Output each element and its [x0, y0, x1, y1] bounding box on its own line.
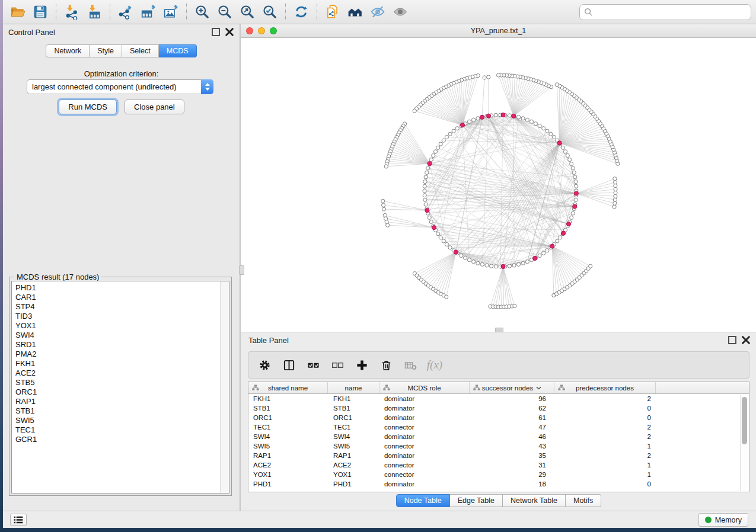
horizontal-splitter-handle[interactable] — [495, 328, 503, 332]
table-header-row: shared namenameMCDS rolesuccessor nodesp… — [248, 382, 749, 394]
table-tab-network-table[interactable]: Network Table — [503, 494, 566, 507]
criterion-dropdown[interactable]: largest connected component (undirected) — [27, 79, 213, 94]
column-header-shared-name[interactable]: shared name — [248, 382, 328, 393]
gear-icon — [259, 359, 271, 371]
select-all-button[interactable] — [306, 358, 320, 372]
mcds-result-item[interactable]: ORC1 — [15, 387, 218, 397]
network-canvas[interactable] — [241, 38, 756, 332]
table-body: FKH1FKH1dominator962STB1STB1dominator620… — [248, 394, 749, 489]
hide-selected-button[interactable] — [366, 2, 389, 21]
close-panel-button[interactable] — [225, 27, 234, 37]
tab-style[interactable]: Style — [90, 44, 122, 57]
table-tab-node-table[interactable]: Node Table — [396, 494, 450, 507]
zoom-selected-button[interactable] — [259, 2, 281, 21]
table-row[interactable]: FKH1FKH1dominator962 — [248, 394, 749, 403]
result-list-scrollbar[interactable] — [220, 281, 229, 493]
panel-menu-button[interactable] — [10, 514, 27, 526]
column-header-MCDS-role[interactable]: MCDS role — [379, 382, 470, 393]
mcds-result-item[interactable]: RAP1 — [15, 397, 218, 406]
cell-shared: RAP1 — [248, 451, 328, 460]
main-toolbar — [3, 0, 756, 24]
table-row[interactable]: SWI4SWI4dominator462 — [248, 432, 749, 441]
zoom-in-button[interactable] — [191, 2, 213, 21]
float-panel-button[interactable] — [211, 27, 221, 37]
cell-name: SWI4 — [328, 432, 379, 441]
mcds-result-item[interactable]: SWI4 — [15, 331, 218, 340]
tab-select[interactable]: Select — [122, 44, 159, 57]
show-all-button[interactable] — [389, 2, 412, 21]
memory-status-icon — [705, 517, 712, 523]
mcds-result-item[interactable]: STB5 — [15, 378, 218, 387]
cell-role: dominator — [379, 413, 470, 422]
show-columns-button[interactable] — [282, 358, 296, 372]
table-scrollbar-thumb[interactable] — [742, 397, 747, 444]
deselect-all-button[interactable] — [330, 358, 344, 372]
mcds-result-item[interactable]: TEC1 — [15, 425, 218, 435]
apply-layout-button[interactable] — [290, 2, 312, 21]
new-network-from-selection-button[interactable] — [321, 2, 344, 21]
cell-shared: YOX1 — [248, 470, 328, 479]
desktop: Control Panel NetworkStyleSelectMCDS Opt… — [0, 0, 756, 532]
close-mcds-panel-button[interactable]: Close panel — [125, 100, 184, 114]
column-header-name[interactable]: name — [328, 382, 379, 393]
table-tab-edge-table[interactable]: Edge Table — [450, 494, 503, 507]
table-tab-motifs[interactable]: Motifs — [566, 494, 601, 507]
table-row[interactable]: ORC1ORC1dominator610 — [248, 413, 749, 422]
mcds-result-item[interactable]: SWI5 — [15, 416, 218, 425]
import-table-button[interactable] — [83, 2, 106, 21]
run-mcds-button[interactable]: Run MCDS — [59, 100, 117, 114]
mcds-result-item[interactable]: STP4 — [15, 302, 218, 312]
cell-succ: 18 — [470, 479, 554, 489]
cell-shared: PHD1 — [248, 479, 328, 489]
zoom-in-icon — [194, 4, 210, 20]
namespace-icon — [473, 384, 480, 391]
export-table-button[interactable] — [137, 2, 160, 21]
mcds-result-item[interactable]: STB1 — [15, 406, 218, 416]
close-icon — [741, 335, 751, 345]
table-row[interactable]: RAP1RAP1dominator352 — [248, 451, 749, 460]
mcds-result-item[interactable]: CAR1 — [15, 293, 218, 302]
table-row[interactable]: ACE2ACE2connector311 — [248, 460, 749, 470]
mcds-result-item[interactable]: SRD1 — [15, 340, 218, 350]
mcds-result-item[interactable]: FKH1 — [15, 359, 218, 368]
first-neighbors-button[interactable] — [344, 2, 366, 21]
mcds-result-item[interactable]: YOX1 — [15, 321, 218, 331]
tab-mcds[interactable]: MCDS — [159, 44, 197, 57]
memory-button[interactable]: Memory — [698, 513, 748, 527]
import-network-button[interactable] — [60, 2, 83, 21]
mcds-result-item[interactable]: TID3 — [15, 312, 218, 321]
table-row[interactable]: SWI5SWI5connector431 — [248, 441, 749, 451]
export-image-button[interactable] — [160, 2, 182, 21]
mcds-result-item[interactable]: ACE2 — [15, 368, 218, 378]
mcds-result-item[interactable]: PMA2 — [15, 350, 218, 359]
control-panel-tabs: NetworkStyleSelectMCDS — [3, 44, 240, 57]
tab-network[interactable]: Network — [46, 44, 90, 57]
network-view-window: YPA_prune.txt_1 — [240, 24, 756, 332]
cell-shared: ORC1 — [248, 413, 328, 422]
close-table-panel-button[interactable] — [741, 335, 751, 345]
float-table-panel-button[interactable] — [728, 335, 737, 345]
cell-name: FKH1 — [328, 394, 379, 403]
zoom-fit-button[interactable] — [236, 2, 259, 21]
vertical-splitter-handle[interactable] — [239, 265, 244, 275]
zoom-selected-icon — [262, 4, 277, 20]
table-scrollbar-track[interactable] — [740, 395, 748, 491]
mcds-result-item[interactable]: PHD1 — [15, 283, 218, 293]
mcds-result-item[interactable]: GCR1 — [15, 435, 218, 444]
export-network-button[interactable] — [114, 2, 137, 21]
column-header-successor-nodes[interactable]: successor nodes — [470, 382, 554, 393]
save-session-button[interactable] — [29, 2, 52, 21]
cell-role: connector — [379, 441, 470, 451]
column-header-predecessor-nodes[interactable]: predecessor nodes — [554, 382, 656, 393]
table-mode-button[interactable] — [257, 358, 272, 372]
search-input[interactable] — [593, 6, 751, 19]
open-file-button[interactable] — [7, 2, 29, 21]
zoom-out-button[interactable] — [213, 2, 236, 21]
cell-pred: 0 — [554, 403, 656, 413]
table-row[interactable]: YOX1YOX1connector291 — [248, 470, 749, 479]
create-column-button[interactable] — [355, 358, 369, 372]
table-row[interactable]: TEC1TEC1connector472 — [248, 422, 749, 432]
table-row[interactable]: PHD1PHD1dominator180 — [248, 479, 749, 489]
delete-columns-button[interactable] — [379, 358, 393, 372]
table-row[interactable]: STB1STB1dominator620 — [248, 403, 749, 413]
